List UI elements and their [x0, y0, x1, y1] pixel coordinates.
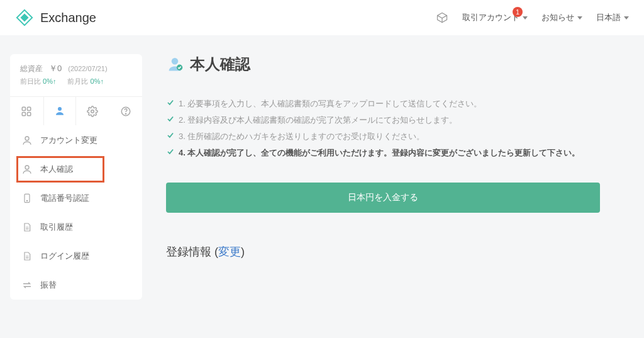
menu-transfer[interactable]: 振替	[10, 271, 142, 300]
menu-identity-verification[interactable]: 本人確認	[10, 155, 142, 184]
check-icon	[166, 131, 175, 140]
svg-point-7	[91, 110, 94, 113]
sidebar: 総資産 ￥0 (2022/07/21) 前日比 0%↑ 前月比 0%↑	[10, 54, 142, 300]
cube-icon-button[interactable]	[436, 11, 448, 24]
document-icon	[21, 251, 33, 262]
check-icon	[166, 98, 175, 107]
chevron-down-icon	[624, 16, 629, 20]
step-text: 1. 必要事項を入力し、本人確認書類の写真をアップロードして送信してください。	[179, 96, 482, 112]
tab-account[interactable]	[43, 97, 77, 126]
language-menu[interactable]: 日本語	[596, 12, 629, 23]
check-icon	[166, 147, 175, 156]
page-title: 本人確認	[166, 54, 619, 74]
svg-point-13	[26, 200, 27, 201]
menu-transaction-history[interactable]: 取引履歴	[10, 213, 142, 242]
svg-point-11	[25, 166, 29, 169]
step-2: 2. 登録内容及び本人確認書類の確認が完了次第メールにてお知らせします。	[166, 112, 619, 128]
svg-rect-3	[28, 107, 31, 110]
menu-label: 取引履歴	[40, 222, 73, 233]
svg-point-9	[125, 113, 126, 114]
main-content: 本人確認 1. 必要事項を入力し、本人確認書類の写真をアップロードして送信してく…	[166, 54, 644, 300]
svg-point-14	[172, 58, 179, 65]
menu-label: アカウント変更	[40, 135, 97, 146]
total-assets-amount: ￥0	[49, 63, 62, 74]
menu-label: ログイン履歴	[40, 251, 89, 262]
chevron-down-icon	[577, 16, 582, 20]
svg-rect-4	[23, 113, 26, 116]
step-text: 2. 登録内容及び本人確認書類の確認が完了次第メールにてお知らせします。	[179, 112, 457, 128]
header-nav: 取引アカウント 1 お知らせ 日本語	[436, 11, 629, 24]
menu-label: 振替	[40, 279, 57, 291]
svg-rect-5	[28, 113, 31, 116]
deposit-jpy-button[interactable]: 日本円を入金する	[166, 183, 600, 213]
chevron-down-icon	[523, 16, 528, 20]
check-icon	[166, 115, 175, 123]
svg-point-6	[58, 107, 62, 111]
logo-icon	[15, 8, 34, 27]
notices-menu[interactable]: お知らせ	[541, 12, 582, 23]
prev-month-label: 前月比	[67, 77, 88, 85]
user-outline-icon	[21, 135, 33, 146]
step-text: 3. 住所確認のためハガキをお送りしますのでお受け取りください。	[179, 128, 425, 145]
user-icon	[54, 105, 65, 116]
prev-month-pct: 0%↑	[91, 77, 104, 85]
notices-label: お知らせ	[541, 12, 574, 23]
svg-marker-1	[20, 13, 28, 21]
trading-account-label: 取引アカウント	[462, 12, 519, 23]
logo[interactable]: Exchange	[15, 8, 96, 27]
assets-summary: 総資産 ￥0 (2022/07/21) 前日比 0%↑ 前月比 0%↑	[10, 63, 142, 96]
page-title-text: 本人確認	[190, 54, 250, 74]
sidebar-menu: アカウント変更 本人確認 電話番号認証 取引履歴 ログイン履歴 振替	[10, 126, 142, 300]
header: Exchange 取引アカウント 1 お知らせ 日本語	[0, 0, 644, 35]
sidebar-tabs	[10, 96, 142, 126]
cube-icon	[436, 11, 448, 24]
svg-rect-2	[23, 107, 26, 110]
grid-icon	[21, 106, 32, 117]
prev-day-label: 前日比	[20, 77, 41, 85]
menu-phone-verification[interactable]: 電話番号認証	[10, 184, 142, 213]
registration-info: 登録情報 (変更)	[166, 244, 619, 259]
id-icon	[21, 164, 33, 175]
menu-label: 本人確認	[40, 164, 73, 175]
trading-account-menu[interactable]: 取引アカウント 1	[462, 12, 528, 23]
help-icon	[120, 106, 131, 117]
registration-info-label: 登録情報	[166, 245, 211, 258]
step-3: 3. 住所確認のためハガキをお送りしますのでお受け取りください。	[166, 128, 619, 145]
menu-login-history[interactable]: ログイン履歴	[10, 242, 142, 271]
verification-steps: 1. 必要事項を入力し、本人確認書類の写真をアップロードして送信してください。 …	[166, 96, 619, 161]
notification-badge: 1	[513, 7, 523, 17]
transfer-icon	[21, 279, 33, 291]
brand-name: Exchange	[40, 11, 96, 25]
total-assets-date: (2022/07/21)	[68, 65, 107, 72]
total-assets-label: 総資産	[20, 64, 43, 74]
tab-settings[interactable]	[76, 97, 109, 126]
step-1: 1. 必要事項を入力し、本人確認書類の写真をアップロードして送信してください。	[166, 96, 619, 112]
change-link[interactable]: 変更	[218, 245, 241, 258]
language-label: 日本語	[596, 12, 621, 23]
user-check-icon	[166, 55, 184, 73]
phone-icon	[21, 193, 33, 204]
step-text: 4. 本人確認が完了し、全ての機能がご利用いただけます。登録内容に変更がございま…	[179, 145, 580, 161]
step-4: 4. 本人確認が完了し、全ての機能がご利用いただけます。登録内容に変更がございま…	[166, 145, 619, 161]
gear-icon	[87, 106, 98, 117]
document-icon	[21, 222, 33, 233]
menu-account-change[interactable]: アカウント変更	[10, 126, 142, 155]
svg-point-10	[25, 137, 29, 140]
tab-help[interactable]	[109, 97, 143, 126]
menu-label: 電話番号認証	[40, 193, 89, 204]
prev-day-pct: 0%↑	[43, 77, 56, 85]
tab-dashboard[interactable]	[10, 97, 43, 126]
